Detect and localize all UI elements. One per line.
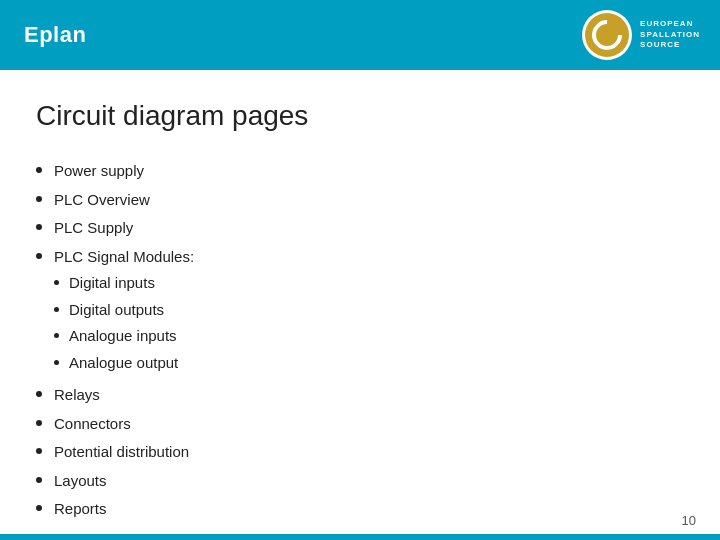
sub-bullet-dot xyxy=(54,360,59,365)
logo-line-2: SPALLATION xyxy=(640,30,700,40)
bullet-dot xyxy=(36,505,42,511)
logo-line-3: SOURCE xyxy=(640,40,700,50)
list-item: Potential distribution xyxy=(36,441,684,464)
sub-list-item: Analogue output xyxy=(54,352,194,375)
list-item: PLC Overview xyxy=(36,189,684,212)
main-bullet-list: Power supply PLC Overview PLC Supply PLC… xyxy=(36,160,684,521)
logo-line-1: EUROPEAN xyxy=(640,19,700,29)
sub-bullet-dot xyxy=(54,333,59,338)
sub-bullet-list: Digital inputs Digital outputs Analogue … xyxy=(54,272,194,374)
content-area: Circuit diagram pages Power supply PLC O… xyxy=(0,70,720,540)
bullet-dot xyxy=(36,448,42,454)
bullet-dot xyxy=(36,167,42,173)
bullet-dot xyxy=(36,196,42,202)
bullet-dot xyxy=(36,224,42,230)
sub-list-item: Analogue inputs xyxy=(54,325,194,348)
sub-bullet-dot xyxy=(54,307,59,312)
list-item: Relays xyxy=(36,384,684,407)
page-title: Circuit diagram pages xyxy=(36,100,684,132)
footer-line xyxy=(0,534,720,540)
sub-list-item: Digital outputs xyxy=(54,299,194,322)
header-title: Eplan xyxy=(24,22,86,48)
header: Eplan EUROPEAN SPALLATION SOURCE xyxy=(0,0,720,70)
list-item: Power supply xyxy=(36,160,684,183)
bullet-dot xyxy=(36,253,42,259)
bullet-dot xyxy=(36,477,42,483)
sub-bullet-dot xyxy=(54,280,59,285)
list-item: PLC Supply xyxy=(36,217,684,240)
page-number: 10 xyxy=(682,513,696,528)
bullet-dot xyxy=(36,391,42,397)
sub-list-item: Digital inputs xyxy=(54,272,194,295)
bullet-dot xyxy=(36,420,42,426)
list-item: Reports xyxy=(36,498,684,521)
list-item: Connectors xyxy=(36,413,684,436)
list-item: Layouts xyxy=(36,470,684,493)
header-logo: EUROPEAN SPALLATION SOURCE xyxy=(582,10,700,60)
list-item-with-sub: PLC Signal Modules: Digital inputs Digit… xyxy=(36,246,684,379)
